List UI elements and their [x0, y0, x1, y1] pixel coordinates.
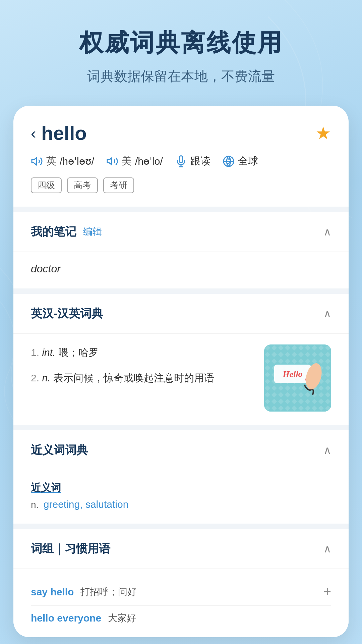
phrases-title: 词组｜习惯用语 [31, 541, 110, 556]
favorite-star-icon[interactable]: ★ [315, 123, 331, 143]
notes-section: 我的笔记 编辑 ∧ doctor [13, 212, 349, 288]
synonym-pos: n. [31, 499, 39, 510]
notes-title: 我的笔记 [31, 224, 76, 239]
global-label: 全球 [238, 154, 258, 168]
english-phonetic: /həˈləʊ/ [60, 155, 94, 167]
card-header: ‹ hello ★ 英 /həˈləʊ/ [13, 106, 349, 207]
phrase-left-1: say hello 打招呼；问好 [31, 586, 137, 598]
mic-icon [175, 155, 187, 167]
dictionary-section: 英汉-汉英词典 ∧ 1. int. 喂；哈罗 2. n. 表示问候，惊奇或唤起注… [13, 294, 349, 425]
definition-2: 2. n. 表示问候，惊奇或唤起注意时的用语 [31, 370, 254, 386]
notes-body: doctor [13, 252, 349, 288]
word-left: ‹ hello [31, 122, 87, 144]
american-pronunciation[interactable]: 美 /həˈlo/ [106, 154, 163, 168]
phrases-section: 词组｜习惯用语 ∧ say hello 打招呼；问好 + hello every… [13, 529, 349, 637]
speaker-icon-us [106, 155, 118, 167]
tag-kaoyan: 考研 [103, 177, 134, 193]
global-icon [223, 155, 235, 167]
def-num-1: 1. [31, 347, 39, 358]
synonym-label: 近义词 [31, 481, 331, 495]
follow-read-button[interactable]: 跟读 [175, 154, 210, 168]
synonyms-section: 近义词词典 ∧ 近义词 n. greeting, salutation [13, 430, 349, 524]
def-text-2: 表示问候，惊奇或唤起注意时的用语 [53, 372, 214, 383]
dict-body: 1. int. 喂；哈罗 2. n. 表示问候，惊奇或唤起注意时的用语 [13, 334, 349, 425]
english-label: 英 [46, 154, 56, 168]
phrase-word-2[interactable]: hello everyone [31, 612, 101, 624]
phrase-item-2: hello everyone 大家好 [31, 606, 331, 631]
svg-marker-0 [32, 158, 37, 165]
synonym-words: greeting, salutation [44, 499, 129, 510]
notes-header-left: 我的笔记 编辑 [31, 224, 102, 239]
speaker-icon-en [31, 155, 43, 167]
global-button[interactable]: 全球 [223, 154, 258, 168]
word-row: ‹ hello ★ [31, 122, 331, 144]
phrase-meaning-1: 打招呼；问好 [80, 586, 137, 598]
def-num-2: 2. [31, 372, 39, 383]
main-title: 权威词典离线使用 [20, 27, 342, 59]
notes-chevron-icon: ∧ [323, 225, 331, 238]
dictionary-card: ‹ hello ★ 英 /həˈləʊ/ [13, 106, 349, 637]
phrase-left-2: hello everyone 大家好 [31, 612, 136, 625]
tag-gaokao: 高考 [67, 177, 98, 193]
synonyms-section-header[interactable]: 近义词词典 ∧ [13, 430, 349, 470]
def-text-1: 喂；哈罗 [58, 347, 99, 358]
phrase-meaning-2: 大家好 [108, 612, 136, 625]
tag-level4: 四级 [31, 177, 62, 193]
dict-title: 英汉-汉英词典 [31, 306, 103, 321]
follow-read-label: 跟读 [190, 154, 210, 168]
hello-illustration: Hello [264, 344, 331, 412]
pronunciation-row: 英 /həˈləʊ/ 美 /həˈlo/ 跟读 [31, 154, 331, 168]
sub-title: 词典数据保留在本地，不费流量 [20, 67, 342, 86]
synonym-row: n. greeting, salutation [31, 499, 331, 510]
phrase-item-1: say hello 打招呼；问好 + [31, 578, 331, 606]
synonyms-body: 近义词 n. greeting, salutation [13, 470, 349, 524]
tags-row: 四级 高考 考研 [31, 177, 331, 193]
phrases-section-header[interactable]: 词组｜习惯用语 ∧ [13, 529, 349, 569]
notes-section-header[interactable]: 我的笔记 编辑 ∧ [13, 212, 349, 252]
top-section: 权威词典离线使用 词典数据保留在本地，不费流量 [0, 0, 362, 106]
phrases-body: say hello 打招呼；问好 + hello everyone 大家好 [13, 569, 349, 637]
english-pronunciation[interactable]: 英 /həˈləʊ/ [31, 154, 94, 168]
notes-content: doctor [31, 263, 61, 275]
synonyms-chevron-icon: ∧ [323, 444, 331, 457]
back-button[interactable]: ‹ [31, 124, 36, 142]
phrase-word-1[interactable]: say hello [31, 586, 74, 598]
word-heading: hello [41, 122, 86, 144]
american-label: 美 [122, 154, 132, 168]
phrase-add-button-1[interactable]: + [323, 584, 331, 599]
synonyms-title: 近义词词典 [31, 442, 88, 458]
american-phonetic: /həˈlo/ [135, 155, 163, 167]
svg-marker-1 [107, 158, 112, 165]
svg-text:Hello: Hello [282, 369, 302, 379]
dict-chevron-icon: ∧ [323, 307, 331, 320]
dict-definitions: 1. int. 喂；哈罗 2. n. 表示问候，惊奇或唤起注意时的用语 [31, 344, 254, 412]
definition-1: 1. int. 喂；哈罗 [31, 344, 254, 361]
dict-section-header[interactable]: 英汉-汉英词典 ∧ [13, 294, 349, 334]
def-type-2: n. [42, 372, 50, 383]
notes-edit-button[interactable]: 编辑 [83, 225, 102, 238]
def-type-1: int. [42, 347, 55, 358]
phrases-chevron-icon: ∧ [323, 542, 331, 555]
